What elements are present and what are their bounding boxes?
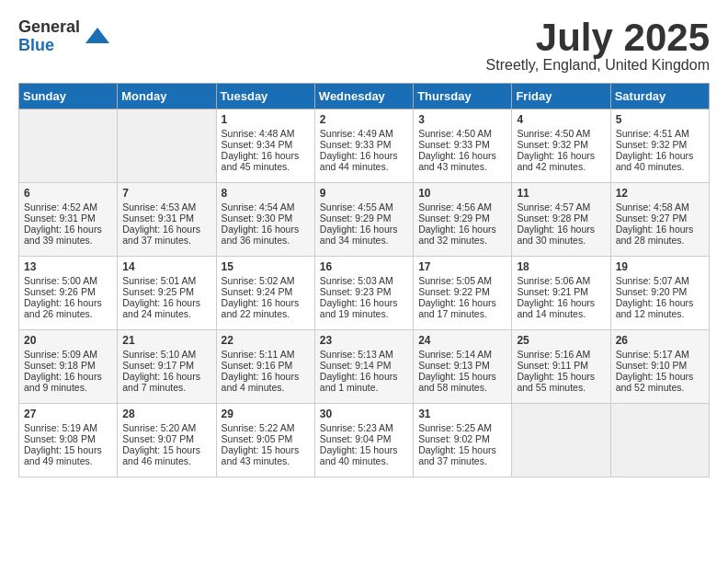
day-number: 31 (418, 408, 506, 420)
daylight-text: Daylight: 15 hours and 58 minutes. (418, 371, 506, 393)
logo-icon (84, 23, 111, 51)
sunrise-text: Sunrise: 5:16 AM (517, 349, 605, 360)
daylight-text: Daylight: 16 hours and 37 minutes. (122, 224, 210, 246)
header-day-wednesday: Wednesday (314, 84, 413, 109)
day-number: 27 (24, 408, 112, 420)
day-number: 2 (320, 113, 408, 126)
sunrise-text: Sunrise: 4:51 AM (616, 128, 704, 139)
sunset-text: Sunset: 9:32 PM (616, 139, 704, 150)
calendar-cell: 21Sunrise: 5:10 AMSunset: 9:17 PMDayligh… (118, 330, 216, 404)
daylight-text: Daylight: 16 hours and 36 minutes. (222, 224, 310, 246)
sunset-text: Sunset: 9:21 PM (517, 286, 605, 297)
location: Streetly, England, United Kingdom (486, 57, 710, 74)
sunset-text: Sunset: 9:27 PM (616, 213, 704, 224)
daylight-text: Daylight: 16 hours and 44 minutes. (320, 150, 408, 172)
sunrise-text: Sunrise: 4:48 AM (222, 128, 310, 139)
calendar-cell: 3Sunrise: 4:50 AMSunset: 9:33 PMDaylight… (414, 109, 512, 183)
day-number: 25 (517, 334, 605, 347)
calendar-cell: 28Sunrise: 5:20 AMSunset: 9:07 PMDayligh… (118, 404, 216, 477)
calendar-cell: 14Sunrise: 5:01 AMSunset: 9:25 PMDayligh… (118, 257, 216, 330)
daylight-text: Daylight: 16 hours and 30 minutes. (517, 224, 605, 246)
daylight-text: Daylight: 16 hours and 34 minutes. (320, 224, 408, 246)
day-number: 3 (418, 113, 506, 126)
daylight-text: Daylight: 15 hours and 40 minutes. (320, 444, 408, 466)
sunrise-text: Sunrise: 5:20 AM (122, 422, 210, 433)
sunrise-text: Sunrise: 5:11 AM (222, 349, 310, 360)
calendar-cell: 13Sunrise: 5:00 AMSunset: 9:26 PMDayligh… (19, 257, 118, 330)
sunset-text: Sunset: 9:29 PM (418, 213, 506, 224)
daylight-text: Daylight: 15 hours and 37 minutes. (418, 444, 506, 466)
day-number: 5 (616, 113, 704, 126)
sunrise-text: Sunrise: 5:13 AM (320, 349, 408, 360)
calendar-cell: 1Sunrise: 4:48 AMSunset: 9:34 PMDaylight… (216, 109, 314, 183)
calendar-cell: 18Sunrise: 5:06 AMSunset: 9:21 PMDayligh… (512, 257, 610, 330)
daylight-text: Daylight: 15 hours and 46 minutes. (122, 444, 210, 466)
daylight-text: Daylight: 15 hours and 55 minutes. (517, 371, 605, 393)
sunset-text: Sunset: 9:31 PM (122, 213, 210, 224)
sunset-text: Sunset: 9:20 PM (616, 286, 704, 297)
logo-general-text: General (18, 17, 80, 36)
sunset-text: Sunset: 9:05 PM (222, 433, 310, 444)
sunrise-text: Sunrise: 4:58 AM (616, 201, 704, 213)
sunrise-text: Sunrise: 5:23 AM (320, 422, 408, 433)
header-row: SundayMondayTuesdayWednesdayThursdayFrid… (19, 84, 710, 109)
sunset-text: Sunset: 9:14 PM (320, 360, 408, 371)
daylight-text: Daylight: 16 hours and 24 minutes. (122, 297, 210, 319)
calendar-week-1: 1Sunrise: 4:48 AMSunset: 9:34 PMDaylight… (19, 109, 710, 183)
daylight-text: Daylight: 16 hours and 19 minutes. (320, 297, 408, 319)
sunset-text: Sunset: 9:33 PM (320, 139, 408, 150)
calendar-cell (118, 109, 216, 183)
calendar-cell: 27Sunrise: 5:19 AMSunset: 9:08 PMDayligh… (19, 404, 118, 477)
day-number: 13 (24, 260, 112, 273)
calendar-week-2: 6Sunrise: 4:52 AMSunset: 9:31 PMDaylight… (19, 183, 710, 257)
day-number: 7 (122, 187, 210, 200)
calendar-week-3: 13Sunrise: 5:00 AMSunset: 9:26 PMDayligh… (19, 257, 710, 330)
sunset-text: Sunset: 9:26 PM (24, 286, 112, 297)
daylight-text: Daylight: 15 hours and 49 minutes. (24, 444, 112, 466)
sunrise-text: Sunrise: 4:53 AM (122, 201, 210, 213)
sunrise-text: Sunrise: 5:05 AM (418, 275, 506, 286)
day-number: 14 (122, 260, 210, 273)
day-number: 6 (24, 187, 112, 200)
day-number: 16 (320, 260, 408, 273)
day-number: 19 (616, 260, 704, 273)
sunset-text: Sunset: 9:13 PM (418, 360, 506, 371)
sunset-text: Sunset: 9:34 PM (222, 139, 310, 150)
day-number: 26 (616, 334, 704, 347)
sunset-text: Sunset: 9:10 PM (616, 360, 704, 371)
sunset-text: Sunset: 9:33 PM (418, 139, 506, 150)
daylight-text: Daylight: 16 hours and 14 minutes. (517, 297, 605, 319)
calendar-cell (610, 404, 709, 477)
daylight-text: Daylight: 15 hours and 43 minutes. (222, 444, 310, 466)
header-day-monday: Monday (118, 84, 216, 109)
calendar-cell: 7Sunrise: 4:53 AMSunset: 9:31 PMDaylight… (118, 183, 216, 257)
daylight-text: Daylight: 16 hours and 7 minutes. (122, 371, 210, 393)
sunset-text: Sunset: 9:28 PM (517, 213, 605, 224)
calendar-body: 1Sunrise: 4:48 AMSunset: 9:34 PMDaylight… (19, 109, 710, 477)
daylight-text: Daylight: 16 hours and 32 minutes. (418, 224, 506, 246)
daylight-text: Daylight: 16 hours and 12 minutes. (616, 297, 704, 319)
day-number: 28 (122, 408, 210, 420)
daylight-text: Daylight: 16 hours and 22 minutes. (222, 297, 310, 319)
day-number: 30 (320, 408, 408, 420)
sunrise-text: Sunrise: 5:19 AM (24, 422, 112, 433)
sunrise-text: Sunrise: 5:10 AM (122, 349, 210, 360)
calendar-header: SundayMondayTuesdayWednesdayThursdayFrid… (19, 84, 710, 109)
sunset-text: Sunset: 9:22 PM (418, 286, 506, 297)
sunrise-text: Sunrise: 5:01 AM (122, 275, 210, 286)
day-number: 17 (418, 260, 506, 273)
sunset-text: Sunset: 9:11 PM (517, 360, 605, 371)
logo: General Blue (18, 18, 111, 55)
calendar-cell: 5Sunrise: 4:51 AMSunset: 9:32 PMDaylight… (610, 109, 709, 183)
day-number: 11 (517, 187, 605, 200)
sunrise-text: Sunrise: 4:50 AM (418, 128, 506, 139)
calendar-cell: 26Sunrise: 5:17 AMSunset: 9:10 PMDayligh… (610, 330, 709, 404)
calendar-cell: 2Sunrise: 4:49 AMSunset: 9:33 PMDaylight… (314, 109, 413, 183)
day-number: 10 (418, 187, 506, 200)
daylight-text: Daylight: 16 hours and 4 minutes. (222, 371, 310, 393)
sunset-text: Sunset: 9:30 PM (222, 213, 310, 224)
calendar-cell: 10Sunrise: 4:56 AMSunset: 9:29 PMDayligh… (414, 183, 512, 257)
day-number: 23 (320, 334, 408, 347)
calendar-cell: 29Sunrise: 5:22 AMSunset: 9:05 PMDayligh… (216, 404, 314, 477)
calendar-cell: 6Sunrise: 4:52 AMSunset: 9:31 PMDaylight… (19, 183, 118, 257)
